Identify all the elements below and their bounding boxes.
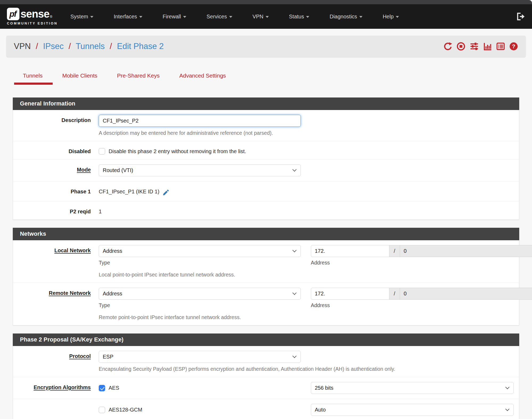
community-edition-label: COMMUNITY EDITION <box>7 22 58 25</box>
row-phase1: Phase 1 CF1_IPsec_P1 (IKE ID 1) <box>13 181 519 201</box>
nav-item-label: Diagnostics <box>329 14 357 20</box>
protocol-select[interactable]: ESP <box>99 351 301 363</box>
remote-network-type-sublabel: Type <box>99 302 301 308</box>
disabled-check-line: Disable this phase 2 entry without remov… <box>99 146 514 154</box>
nav-item-interfaces[interactable]: Interfaces <box>114 14 142 20</box>
description-input[interactable] <box>99 115 301 127</box>
nav-item-label: Services <box>207 14 227 20</box>
stop-circle-icon[interactable] <box>456 42 465 51</box>
local-network-address-sublabel: Address <box>311 260 514 266</box>
panel-networks: Networks Local Network Address Type <box>13 228 519 326</box>
remote-network-address-input[interactable] <box>311 288 389 300</box>
nav-item-vpn[interactable]: VPN <box>253 14 269 20</box>
chevron-down-icon <box>505 407 510 411</box>
row-p2reqid: P2 reqid 1 <box>13 201 519 219</box>
aes-keylen-select[interactable]: 256 bits <box>311 382 514 394</box>
mode-select[interactable]: Routed (VTI) <box>99 164 301 176</box>
remote-network-mask-select[interactable]: 0 <box>400 288 532 300</box>
aes128gcm-keylen-value: Auto <box>315 407 326 413</box>
disabled-checkbox-label: Disable this phase 2 entry without remov… <box>109 148 246 154</box>
svg-text:?: ? <box>512 43 515 49</box>
panel-title: Phase 2 Proposal (SA/Key Exchange) <box>13 333 519 346</box>
chevron-down-icon <box>183 16 186 18</box>
local-network-type-select[interactable]: Address <box>99 245 301 257</box>
aes128gcm-checkbox-label: AES128-GCM <box>109 407 142 413</box>
pfsense-logo-row: pf sense ® <box>7 8 58 20</box>
breadcrumb-link-tunnels[interactable]: Tunnels <box>76 42 105 51</box>
sign-out-button[interactable] <box>516 13 525 21</box>
nav-item-label: VPN <box>253 14 263 20</box>
p2reqid-label: P2 reqid <box>13 206 99 215</box>
chevron-down-icon <box>292 167 297 172</box>
chevron-down-icon <box>292 291 297 295</box>
local-network-mask-select[interactable]: 0 <box>400 245 532 257</box>
header-action-icons: ? <box>443 42 518 51</box>
nav-item-help[interactable]: Help <box>383 14 399 20</box>
nav-item-firewall[interactable]: Firewall <box>163 14 186 20</box>
remote-network-mask-separator: / <box>389 288 400 300</box>
refresh-icon[interactable] <box>443 42 452 51</box>
remote-network-help: Remote point-to-point IPsec interface tu… <box>99 314 514 320</box>
mode-label: Mode <box>13 164 99 176</box>
protocol-select-value: ESP <box>103 354 113 360</box>
mode-select-value: Routed (VTI) <box>103 167 133 173</box>
panel-body: Local Network Address Type <box>13 240 519 326</box>
pfsense-logo-text: sense <box>20 8 49 20</box>
pfsense-logo-pf-badge: pf <box>7 8 19 20</box>
local-network-type-value: Address <box>103 248 122 254</box>
edit-pencil-icon[interactable] <box>162 189 170 196</box>
remote-network-label: Remote Network <box>13 288 99 320</box>
chevron-down-icon <box>292 248 297 252</box>
panel-body: Description A description may be entered… <box>13 110 519 220</box>
tab-bar: Tunnels Mobile Clients Pre-Shared Keys A… <box>13 72 519 85</box>
bar-chart-icon[interactable] <box>483 42 492 51</box>
phase1-value: CF1_IPsec_P1 (IKE ID 1) <box>99 189 159 195</box>
log-list-icon[interactable] <box>496 42 505 51</box>
row-local-network: Local Network Address Type <box>13 240 519 283</box>
sliders-icon[interactable] <box>469 42 479 51</box>
aes128gcm-check-line: AES128-GCM <box>99 407 142 413</box>
nav-item-system[interactable]: System <box>71 14 94 20</box>
breadcrumb-trail: VPN / IPsec / Tunnels / Edit Phase 2 <box>14 42 164 51</box>
empty-label <box>13 404 99 416</box>
breadcrumb-page-title[interactable]: Edit Phase 2 <box>117 42 164 51</box>
description-help: A description may be entered here for ad… <box>99 130 514 136</box>
local-network-label-text: Local Network <box>54 247 91 253</box>
chevron-down-icon <box>229 16 232 18</box>
mode-label-text: Mode <box>77 167 91 173</box>
row-description: Description A description may be entered… <box>13 110 519 141</box>
nav-item-label: Help <box>383 14 394 20</box>
disabled-checkbox[interactable] <box>99 148 105 154</box>
p2reqid-value: 1 <box>99 206 514 215</box>
main-menu: System Interfaces Firewall Services VPN … <box>71 14 399 20</box>
chevron-down-icon <box>359 16 362 18</box>
nav-item-services[interactable]: Services <box>207 14 232 20</box>
local-network-address-input[interactable] <box>311 245 389 257</box>
chevron-down-icon <box>396 16 399 18</box>
pfsense-logo[interactable]: pf sense ® COMMUNITY EDITION <box>7 8 58 25</box>
tab-pre-shared-keys[interactable]: Pre-Shared Keys <box>117 72 160 85</box>
chevron-down-icon <box>505 385 510 389</box>
remote-network-type-select[interactable]: Address <box>99 288 301 300</box>
remote-network-mask-value: 0 <box>404 291 407 297</box>
nav-item-label: Interfaces <box>114 14 137 20</box>
phase1-label: Phase 1 <box>13 186 99 196</box>
tab-mobile-clients[interactable]: Mobile Clients <box>62 72 97 85</box>
local-network-help: Local point-to-point IPsec interface tun… <box>99 272 514 278</box>
aes-check-line: AES <box>99 385 119 391</box>
nav-item-status[interactable]: Status <box>289 14 310 20</box>
breadcrumb-link-ipsec[interactable]: IPsec <box>43 42 64 51</box>
aes-checkbox-label: AES <box>109 385 119 391</box>
trademark-symbol: ® <box>50 15 52 19</box>
aes-checkbox[interactable] <box>99 385 105 391</box>
nav-item-diagnostics[interactable]: Diagnostics <box>329 14 362 20</box>
help-icon[interactable]: ? <box>509 42 518 51</box>
chevron-down-icon <box>292 354 297 358</box>
aes128gcm-checkbox[interactable] <box>99 407 105 413</box>
panel-phase2-proposal: Phase 2 Proposal (SA/Key Exchange) Proto… <box>13 333 519 419</box>
top-navbar: pf sense ® COMMUNITY EDITION System Inte… <box>0 4 532 29</box>
tab-advanced-settings[interactable]: Advanced Settings <box>179 72 226 85</box>
tab-tunnels[interactable]: Tunnels <box>23 72 43 85</box>
aes128gcm-keylen-select[interactable]: Auto <box>311 404 514 416</box>
panel-general-information: General Information Description A descri… <box>13 97 519 220</box>
